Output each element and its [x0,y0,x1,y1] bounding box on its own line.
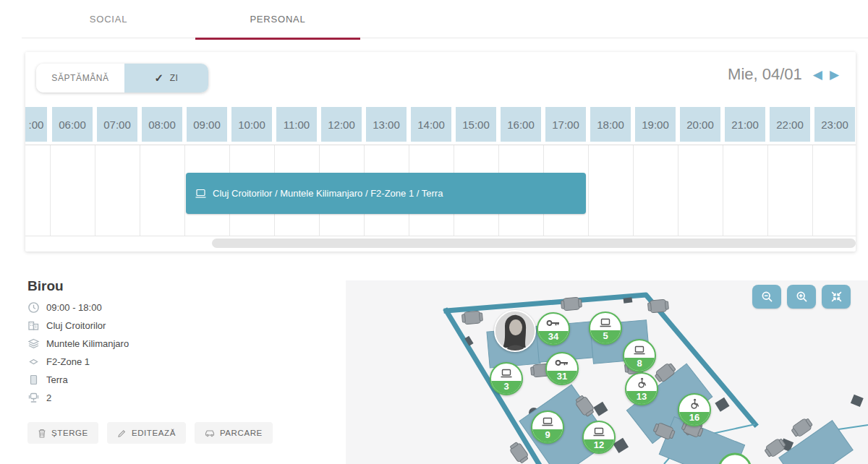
hour-cell: 17:00 [545,107,586,142]
laptop-icon [195,189,207,199]
parking-button-label: PARCARE [220,429,263,437]
desk-marker[interactable]: 31 [545,352,579,385]
calendar-toolbar: SĂPTĂMÂNĂ ✓ ZI Mie, 04/01 ◀ ▶ [25,52,856,107]
hour-cell: 15:00 [456,107,496,142]
hour-cell: 21:00 [725,107,765,142]
hour-cell: 10:00 [231,107,272,142]
booking-building: Cluj Croitorilor [46,320,106,331]
laptop-icon [532,414,563,429]
wheelchair-icon [626,376,657,390]
detail-row-desk: Terra [27,374,317,384]
desk-marker[interactable]: 34 [537,312,570,345]
laptop-icon [584,424,614,439]
hour-cell: 18:00 [590,107,631,142]
hour-cell: 23:00 [814,107,855,142]
calendar-panel: SĂPTĂMÂNĂ ✓ ZI Mie, 04/01 ◀ ▶ :00 06:00 … [25,52,856,252]
detail-row-floor: Muntele Kilimanjaro [27,338,317,348]
laptop-icon [624,343,655,357]
timeline-grid[interactable]: Cluj Croitorilor / Muntele Kilimanjaro /… [25,145,856,236]
detail-row-seat: 2 [27,392,317,403]
booking-zone: F2-Zone 1 [46,356,90,367]
check-icon: ✓ [154,72,163,85]
desk-marker[interactable]: 12 [582,421,616,454]
hour-cell: 12:00 [321,107,362,142]
hour-cell: 07:00 [97,107,137,142]
zoom-out-icon [760,290,774,304]
wheelchair-icon [679,397,710,411]
hour-cell: 13:00 [366,107,407,142]
booking-title: Birou [27,278,317,294]
view-toggle: SĂPTĂMÂNĂ ✓ ZI [36,64,208,93]
collapse-icon [830,290,843,304]
detail-row-zone: F2-Zone 1 [27,356,317,366]
tab-social[interactable]: SOCIAL [22,0,195,38]
collapse-button[interactable] [822,285,851,309]
parking-button[interactable]: PARCARE [195,422,273,444]
timeline-hours-row: :00 06:00 07:00 08:00 09:00 10:00 11:00 … [25,107,856,142]
next-day-button[interactable]: ▶ [826,67,843,82]
laptop-icon [491,366,522,380]
desk-marker[interactable]: 3 [490,362,523,395]
edit-button[interactable]: EDITEAZĂ [107,422,186,444]
hour-cell: 19:00 [635,107,676,142]
key-icon [547,356,577,370]
zoom-out-button[interactable] [752,285,781,309]
booking-actions: ȘTERGE EDITEAZĂ PARCARE [27,422,317,444]
tab-personal-label: PERSONAL [250,14,305,25]
detail-row-time: 09:00 - 18:00 [27,302,317,312]
building-icon [27,319,40,332]
pencil-icon [117,429,127,438]
clock-icon [27,301,40,314]
chair-icon [27,392,40,404]
current-date-label: Mie, 04/01 [728,65,802,84]
prev-day-button[interactable]: ◀ [809,67,826,82]
laptop-icon [590,315,621,330]
timeline-scrollbar [25,239,856,249]
booking-seat-count: 2 [46,392,51,403]
hour-cell: 14:00 [411,107,451,142]
booking-time: 09:00 - 18:00 [46,302,102,313]
day-view-label: ZI [170,73,179,83]
hour-cell: 22:00 [770,107,810,142]
hour-cell: 08:00 [142,107,182,142]
floorplan-controls [746,285,851,309]
delete-button[interactable]: ȘTERGE [27,422,98,444]
hour-cell: 11:00 [276,107,317,142]
date-navigation: Mie, 04/01 ◀ ▶ [728,65,843,84]
hour-cell: 09:00 [187,107,227,142]
edit-button-label: EDITEAZĂ [132,429,176,437]
hour-cell: 16:00 [501,107,541,142]
booking-event-bar[interactable]: Cluj Croitorilor / Muntele Kilimanjaro /… [186,173,586,214]
zoom-in-button[interactable] [787,285,816,309]
workspace-booking-page: SOCIAL PERSONAL SĂPTĂMÂNĂ ✓ ZI Mie, 04/0… [0,0,868,464]
zone-icon [27,356,40,368]
desk-marker[interactable]: 5 [589,312,622,345]
trash-icon [38,429,46,438]
booking-details: Birou 09:00 - 18:00 Cluj Croitorilor Mun [27,278,317,444]
week-view-button[interactable]: SĂPTĂMÂNĂ [36,64,124,93]
day-view-button[interactable]: ✓ ZI [124,64,208,93]
zoom-in-icon [795,290,809,304]
avatar[interactable] [494,310,536,352]
key-icon [538,316,569,330]
floorplan-panel[interactable]: 34 5 8 31 3 [346,280,868,464]
top-tab-bar: SOCIAL PERSONAL [22,0,868,38]
desk-marker[interactable]: 16 [678,393,711,426]
booking-floor: Muntele Kilimanjaro [46,338,129,349]
desk-marker[interactable]: 9 [531,411,564,444]
desk-marker[interactable]: 8 [623,339,656,372]
floor-icon [27,338,40,350]
booking-event-label: Cluj Croitorilor / Muntele Kilimanjaro /… [213,188,443,199]
detail-row-building: Cluj Croitorilor [27,320,317,330]
tab-personal[interactable]: PERSONAL [195,0,360,38]
desk-marker[interactable]: 13 [625,372,658,405]
car-icon [205,429,215,437]
booking-desk: Terra [46,374,68,385]
hour-cell: :00 [25,107,47,142]
hour-cell: 06:00 [52,107,93,142]
timeline-scrollbar-thumb[interactable] [212,239,856,248]
desk-icon [27,374,40,386]
active-tab-underline [195,38,360,40]
hour-cell: 20:00 [680,107,720,142]
delete-button-label: ȘTERGE [51,429,88,437]
